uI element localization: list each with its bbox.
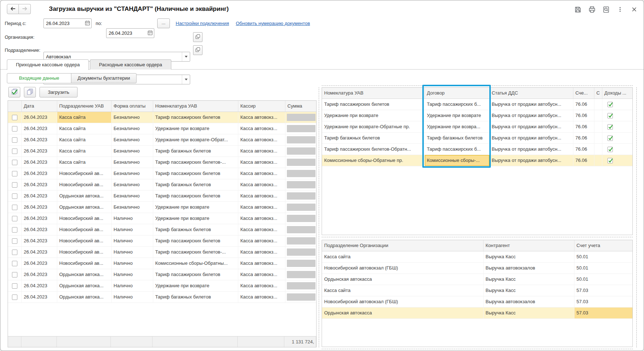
date-cell[interactable]: 26.04.2023 <box>21 246 57 258</box>
nomenclature-cell[interactable]: Тариф пассажирских билетов <box>153 168 238 179</box>
c-cell[interactable] <box>594 99 602 110</box>
cashier-cell[interactable]: Касса автовокз... <box>238 201 285 213</box>
date-cell[interactable]: 26.04.2023 <box>21 213 57 224</box>
table-row[interactable]: Касса сайта Выручка Касс 57.03 <box>322 285 633 296</box>
date-cell[interactable]: 26.04.2023 <box>21 280 57 291</box>
sum-cell[interactable] <box>285 112 317 123</box>
forward-button[interactable] <box>19 4 31 14</box>
payform-cell[interactable]: Налично <box>111 291 153 302</box>
cashier-cell[interactable]: Касса автовокз... <box>238 134 285 145</box>
column-header-account[interactable]: Сче... <box>573 88 594 99</box>
income-cell[interactable] <box>602 110 633 121</box>
contract-cell[interactable]: Тариф пассажирских б... <box>425 143 489 155</box>
income-checkbox-checked[interactable] <box>607 158 613 163</box>
date-cell[interactable]: 26.04.2023 <box>21 291 57 302</box>
column-header-account[interactable]: Счет учета <box>574 240 633 251</box>
income-cell[interactable] <box>602 121 633 132</box>
table-row[interactable]: Ордынская автокасса Выручка Касс 57.03 <box>322 307 633 318</box>
contract-cell[interactable]: Комиссионные сборы-... <box>425 155 489 166</box>
nomenclature-cell[interactable]: Тариф пассажирских билетов-... <box>153 246 238 258</box>
payform-cell[interactable]: Безналично <box>111 112 153 123</box>
nomenclature-cell[interactable]: Удержание при возврате-Обратные пр. <box>322 121 425 132</box>
division-cell[interactable]: Новосибирский автовокзал (ГБШ) <box>322 262 483 273</box>
account-cell[interactable]: 76.06 <box>573 132 594 143</box>
column-header-contract[interactable]: Договор <box>425 88 489 99</box>
save-icon[interactable] <box>573 5 582 14</box>
sum-cell[interactable] <box>285 269 317 280</box>
sum-cell[interactable] <box>285 213 317 224</box>
income-cell[interactable] <box>602 155 633 166</box>
account-cell[interactable]: 76.06 <box>573 110 594 121</box>
table-row[interactable]: Тариф пассажирских билетов Тариф пассажи… <box>322 99 633 110</box>
sum-cell[interactable] <box>285 258 317 269</box>
table-row[interactable]: Касса сайта Выручка Касс 50.01 <box>322 251 633 262</box>
payform-cell[interactable]: Безналично <box>111 123 153 134</box>
cashier-cell[interactable]: Касса автовокз... <box>238 235 285 246</box>
date-cell[interactable]: 26.04.2023 <box>21 168 57 179</box>
table-row[interactable]: 26.04.2023 Касса сайта Безналично Тариф … <box>8 145 317 156</box>
date-cell[interactable]: 26.04.2023 <box>21 201 57 213</box>
cashier-cell[interactable]: Касса автовокз... <box>238 269 285 280</box>
column-header-dds[interactable]: Статья ДДС <box>489 88 573 99</box>
account-cell[interactable]: 76.06 <box>573 155 594 166</box>
division-cell[interactable]: Касса сайта <box>57 145 111 156</box>
cashier-cell[interactable]: Касса автовокз... <box>238 246 285 258</box>
department-open-button[interactable] <box>193 45 202 55</box>
income-checkbox-checked[interactable] <box>607 102 613 107</box>
payform-cell[interactable]: Налично <box>111 246 153 258</box>
more-menu-icon[interactable] <box>616 5 624 14</box>
column-header-income[interactable]: Доходы ... <box>602 88 633 99</box>
right-vertical-splitter[interactable] <box>636 87 637 347</box>
date-cell[interactable]: 26.04.2023 <box>21 112 57 123</box>
contract-cell[interactable]: Тариф пассажирских б... <box>425 99 489 110</box>
division-cell[interactable]: Новосибирский ав... <box>57 168 111 179</box>
division-cell[interactable]: Новосибирский ав... <box>57 246 111 258</box>
column-header-nomenclature[interactable]: Номеклатура УАВ <box>322 88 425 99</box>
nomenclature-cell[interactable]: Тариф багажных билетов <box>153 224 238 235</box>
nomenclature-cell[interactable]: Тариф пассажирских билетов <box>322 99 425 110</box>
dds-article-cell[interactable]: Выручка от продажи автобусн... <box>489 110 573 121</box>
account-cell[interactable]: 50.01 <box>574 251 633 262</box>
cashier-cell[interactable]: Касса автовокз... <box>238 168 285 179</box>
subtab-accounting-docs[interactable]: Документы бухгалтерии <box>71 73 137 83</box>
c-cell[interactable] <box>594 143 602 155</box>
income-checkbox-checked[interactable] <box>607 147 613 152</box>
table-row[interactable]: 26.04.2023 Новосибирский ав... Налично К… <box>8 258 317 269</box>
sum-cell[interactable] <box>285 224 317 235</box>
counterparty-cell[interactable]: Выручка Касс <box>483 307 574 318</box>
division-cell[interactable]: Новосибирский ав... <box>57 179 111 190</box>
division-cell[interactable]: Ордынская автокасса <box>322 273 483 285</box>
column-header-c[interactable]: С <box>594 88 602 99</box>
table-row[interactable]: 26.04.2023 Ордынская автока... Налично Т… <box>8 291 317 302</box>
payform-cell[interactable]: Налично <box>111 213 153 224</box>
table-row[interactable]: 26.04.2023 Новосибирский ав... Налично Т… <box>8 246 317 258</box>
table-row[interactable]: Тариф багажных билетов Тариф багажных би… <box>322 132 633 143</box>
nomenclature-cell[interactable]: Удержание при возврате-Обрат... <box>153 134 238 145</box>
cashier-cell[interactable]: Касса автовокз... <box>238 280 285 291</box>
column-header-date[interactable]: Дата <box>21 101 57 112</box>
column-header-payform[interactable]: Форма оплаты <box>111 101 153 112</box>
counterparty-cell[interactable]: Выручка автовокзалов <box>483 296 574 307</box>
table-row[interactable]: 26.04.2023 Касса сайта Безналично Удержа… <box>8 134 317 145</box>
column-header-division[interactable]: Подразделение Организации <box>322 240 483 251</box>
payform-cell[interactable]: Безналично <box>111 179 153 190</box>
table-row[interactable]: Удержание при возврате Удержание при воз… <box>322 110 633 121</box>
sum-cell[interactable] <box>285 134 317 145</box>
table-row[interactable]: 26.04.2023 Касса сайта Безналично Удержа… <box>8 123 317 134</box>
account-cell[interactable]: 76.06 <box>573 143 594 155</box>
account-cell[interactable]: 76.06 <box>573 121 594 132</box>
division-cell[interactable]: Новосибирский ав... <box>57 258 111 269</box>
cashier-cell[interactable]: Касса автовокз... <box>238 190 285 201</box>
table-row[interactable]: 26.04.2023 Ордынская автока... Безналичн… <box>8 190 317 201</box>
date-cell[interactable]: 26.04.2023 <box>21 156 57 168</box>
cashier-cell[interactable]: Касса автовокз... <box>238 123 285 134</box>
division-cell[interactable]: Новосибирский автовокзал (ГБШ) <box>322 296 483 307</box>
division-cell[interactable]: Ордынская автока... <box>57 190 111 201</box>
row-checkbox[interactable] <box>12 115 17 120</box>
nomenclature-cell[interactable]: Комиссионные сборы-Обратны... <box>153 258 238 269</box>
nomenclature-cell[interactable]: Тариф багажных билетов <box>153 145 238 156</box>
division-cell[interactable]: Касса сайта <box>322 251 483 262</box>
table-row[interactable]: 26.04.2023 Ордынская автока... Налично У… <box>8 280 317 291</box>
nomenclature-cell[interactable]: Тариф пассажирских билетов <box>153 190 238 201</box>
payform-cell[interactable]: Налично <box>111 280 153 291</box>
